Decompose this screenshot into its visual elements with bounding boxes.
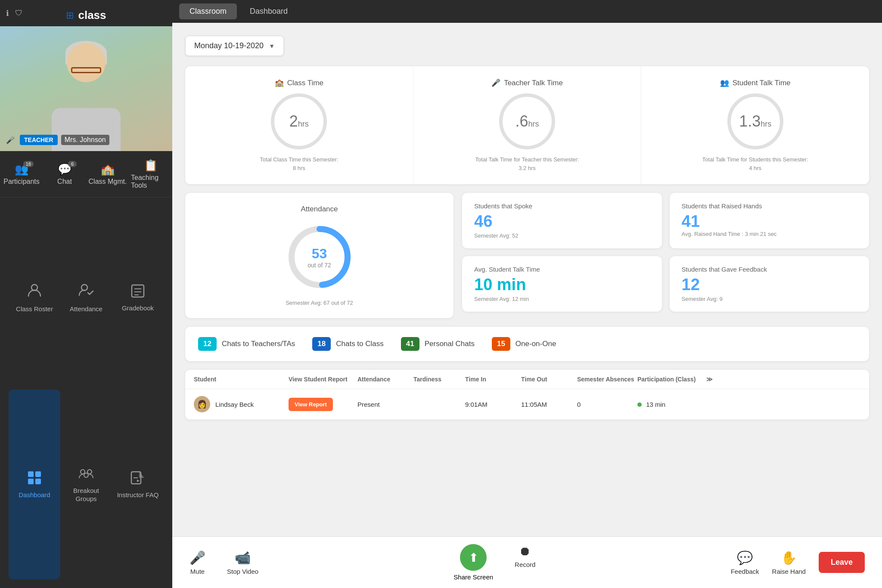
mic-active-icon: 🎤 — [6, 136, 15, 144]
teacher-talk-sub: Total Talk Time for Teacher this Semeste… — [422, 155, 633, 172]
tool-breakout-groups[interactable]: Breakout Groups — [60, 390, 112, 579]
tab-dashboard[interactable]: Dashboard — [239, 3, 298, 19]
tool-dashboard[interactable]: Dashboard — [9, 390, 60, 579]
tab-classroom[interactable]: Classroom — [179, 3, 237, 19]
attendance-avg: Semester Avg: 67 out of 72 — [197, 300, 441, 306]
attendance-title: Attendance — [197, 205, 441, 214]
students-feedback-avg: Semester Avg: 9 — [682, 296, 857, 302]
chats-class-badge: 18 — [312, 337, 331, 351]
bottom-toolbar: 🎤 Mute 📹 Stop Video ⬆ Share Screen ⏺ — [172, 536, 882, 588]
students-raised-hands-value: 41 — [682, 212, 857, 231]
col-participation: Participation (Class) — [637, 376, 706, 383]
students-feedback-card: Students that Gave Feedback 12 Semester … — [670, 256, 870, 312]
stop-video-button[interactable]: 📹 Stop Video — [227, 550, 258, 575]
student-talk-sub: Total Talk Time for Students this Semest… — [650, 155, 860, 172]
student-talk-value: 1.3hrs — [739, 112, 771, 130]
table-row: 👩 Lindsay Beck View Report Present 9:01A… — [185, 389, 869, 420]
chat-stat-class: 18 Chats to Class — [312, 337, 383, 351]
raise-hand-button[interactable]: ✋ Raise Hand — [772, 550, 806, 575]
svg-point-11 — [87, 470, 92, 474]
time-in-cell: 9:01AM — [465, 401, 521, 408]
svg-rect-7 — [35, 471, 41, 477]
col-tardiness: Tardiness — [413, 376, 465, 383]
attendance-present: 53 — [307, 246, 331, 262]
gradebook-icon — [130, 283, 146, 300]
time-out-cell: 11:05AM — [521, 401, 577, 408]
view-report-button[interactable]: View Report — [289, 398, 333, 411]
students-spoke-card: Students that Spoke 46 Semester Avg: 52 — [462, 193, 662, 248]
tool-attendance[interactable]: Attendance — [60, 206, 112, 390]
tool-gradebook[interactable]: Gradebook — [112, 206, 164, 390]
student-talk-card: 👥 Student Talk Time 1.3hrs Total Talk Ti… — [641, 66, 869, 184]
sidebar-item-participants[interactable]: 18 👥 Participants — [0, 159, 43, 189]
share-screen-label: Share Screen — [453, 573, 493, 581]
chevron-down-icon: ▼ — [269, 43, 275, 50]
avg-student-talk-avg: Semester Avg: 12 min — [474, 296, 650, 302]
tool-instructor-faq[interactable]: Instructor FAQ — [112, 390, 164, 579]
sidebar-item-class-mgmt[interactable]: 🏫 Class Mgmt. — [86, 159, 129, 189]
date-selector[interactable]: Monday 10-19-2020 ▼ — [185, 36, 284, 56]
sidebar-item-teaching-tools[interactable]: 📋 Teaching Tools — [129, 155, 172, 193]
col-student: Student — [194, 376, 289, 383]
teacher-talk-icon: 🎤 — [491, 78, 500, 87]
col-expand: ≫ — [706, 376, 719, 383]
student-talk-icon: 👥 — [720, 78, 729, 87]
breakout-groups-icon — [78, 466, 94, 483]
avg-student-talk-card: Avg. Student Talk Time 10 min Semester A… — [462, 256, 662, 312]
class-time-value: 2hrs — [289, 112, 309, 130]
chat-stat-one-on-one: 15 One-on-One — [492, 337, 556, 351]
shield-icon[interactable]: 🛡 — [15, 9, 23, 18]
mute-icon: 🎤 — [189, 550, 205, 565]
student-avatar: 👩 — [194, 396, 210, 412]
class-time-sub: Total Class Time this Semester: 8 hrs — [194, 155, 404, 172]
student-table: Student View Student Report Attendance T… — [185, 370, 869, 420]
students-raised-hands-title: Students that Raised Hands — [682, 202, 857, 210]
info-icon[interactable]: ℹ — [6, 9, 9, 18]
svg-marker-16 — [137, 480, 140, 482]
students-feedback-value: 12 — [682, 275, 857, 294]
personal-chats-label: Personal Chats — [425, 340, 475, 348]
feedback-button[interactable]: 💬 Feedback — [731, 550, 759, 575]
participation-cell: 13 min — [637, 401, 706, 408]
teacher-badge: TEACHER — [20, 135, 58, 145]
svg-rect-6 — [28, 471, 34, 477]
time-stats-row: 🏫 Class Time 2hrs Total Class Time this … — [185, 66, 869, 184]
instructor-faq-icon — [130, 470, 146, 487]
svg-marker-14 — [139, 472, 144, 478]
students-spoke-avg: Semester Avg: 52 — [474, 232, 650, 239]
svg-point-10 — [81, 470, 85, 474]
attendance-out-of: out of 72 — [307, 262, 331, 269]
class-time-icon: 🏫 — [275, 78, 284, 87]
attendance-card: Attendance 53 out of 72 Semester Avg: 67… — [185, 193, 453, 318]
students-raised-hands-detail: Avg. Raised Hand Time : 3 min 21 sec — [682, 231, 857, 237]
logo-icon: ⊞ — [66, 10, 74, 21]
tool-class-roster[interactable]: Class Roster — [9, 206, 60, 390]
leave-button[interactable]: Leave — [819, 552, 865, 573]
participants-label: Participants — [3, 178, 40, 186]
teacher-video: 🎤 TEACHER Mrs. Johnson — [0, 26, 172, 151]
chat-stats-row: 12 Chats to Teachers/TAs 18 Chats to Cla… — [185, 327, 869, 361]
one-on-one-badge: 15 — [492, 337, 510, 351]
mute-button[interactable]: 🎤 Mute — [189, 550, 205, 575]
svg-point-12 — [84, 473, 88, 477]
sidebar-item-chat[interactable]: 6 💬 Chat — [43, 159, 86, 189]
col-time-out: Time Out — [521, 376, 577, 383]
teacher-talk-title: Teacher Talk Time — [504, 79, 563, 87]
chats-teachers-badge: 12 — [198, 337, 217, 351]
share-screen-button[interactable]: ⬆ Share Screen — [453, 544, 493, 581]
students-feedback-title: Students that Gave Feedback — [682, 266, 857, 273]
record-button[interactable]: ⏺ Record — [515, 544, 535, 581]
raise-hand-label: Raise Hand — [772, 568, 806, 575]
personal-chats-badge: 41 — [401, 337, 419, 351]
teacher-name: Mrs. Johnson — [61, 135, 109, 145]
chat-stat-teachers: 12 Chats to Teachers/TAs — [198, 337, 295, 351]
chats-teachers-label: Chats to Teachers/TAs — [222, 340, 295, 348]
class-mgmt-icon: 🏫 — [101, 163, 115, 176]
class-time-title: Class Time — [287, 79, 323, 87]
record-label: Record — [515, 561, 535, 568]
feedback-icon: 💬 — [737, 550, 753, 565]
teaching-tools-label: Teaching Tools — [131, 174, 171, 189]
col-absences: Semester Absences — [577, 376, 637, 383]
students-raised-hands-card: Students that Raised Hands 41 Avg. Raise… — [670, 193, 870, 248]
col-attendance: Attendance — [357, 376, 413, 383]
